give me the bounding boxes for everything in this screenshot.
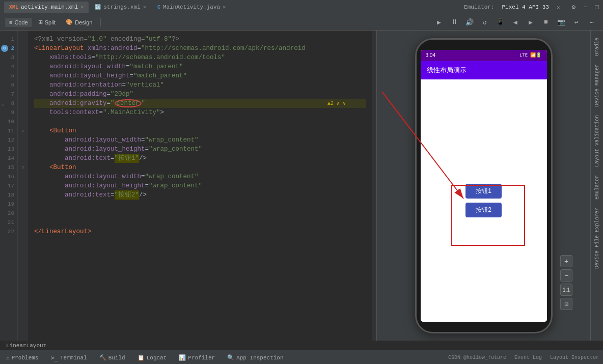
code-line-2: <LinearLayout xmlns:android="http://sche… bbox=[34, 44, 366, 53]
more-icon[interactable]: ⋯ bbox=[586, 16, 598, 29]
gutter-4 bbox=[18, 62, 28, 71]
sound-icon[interactable]: 🔊 bbox=[463, 16, 476, 29]
profiler-icon: 📊 bbox=[179, 354, 186, 361]
code-line-15: <Button bbox=[34, 163, 366, 172]
layout-inspector-label[interactable]: Layout Inspector bbox=[550, 355, 599, 360]
back-icon[interactable]: ◀ bbox=[509, 16, 522, 29]
code-line-10 bbox=[34, 117, 366, 126]
camera-icon[interactable]: 📷 bbox=[555, 16, 567, 29]
line-num-14: 14 bbox=[0, 154, 17, 163]
strings-file-icon: 🔣 bbox=[95, 4, 101, 10]
phone-notch bbox=[469, 41, 499, 47]
code-line-3: xmlns:tools="http://schemas.android.com/… bbox=[34, 53, 366, 62]
zoom-out-button[interactable]: − bbox=[560, 269, 572, 282]
editor-area: 1 C 2 3 4 5 6 7 ⚠ 8 9 10 11 12 13 14 bbox=[0, 31, 376, 341]
settings-icon[interactable]: ⚙ bbox=[572, 3, 576, 11]
code-line-1: <?xml version="1.0" encoding="utf-8"?> bbox=[34, 35, 366, 44]
code-view-button[interactable]: ≡ Code bbox=[5, 18, 32, 27]
design-view-button[interactable]: 🎨 Design bbox=[62, 17, 96, 27]
line-num-13: 13 bbox=[0, 145, 17, 154]
phone-button-1[interactable]: 按钮1 bbox=[465, 184, 502, 199]
sidebar-device-manager[interactable]: Device Manager bbox=[593, 61, 601, 110]
zoom-in-button[interactable]: + bbox=[560, 255, 572, 267]
emulator-label: Emulator: bbox=[464, 4, 494, 10]
editor-toolbar: ≡ Code ⊞ Split 🎨 Design ▶ ⏸ 🔊 ↺ 📱 ◀ ▶ ■ … bbox=[0, 14, 603, 31]
code-line-4: android:layout_width="match_parent" bbox=[34, 62, 366, 71]
device-close-btn[interactable]: ✕ bbox=[557, 4, 560, 11]
code-line-19 bbox=[34, 200, 366, 209]
code-line-17: android:layout_height="wrap_content" bbox=[34, 181, 366, 190]
gutter-6 bbox=[18, 80, 28, 90]
sidebar-emulator[interactable]: Emulator bbox=[593, 172, 601, 203]
split-view-button[interactable]: ⊞ Split bbox=[34, 17, 60, 27]
code-line-22: </LinearLayout> bbox=[34, 227, 366, 236]
line-num-4: 4 bbox=[0, 62, 17, 71]
tab-close-activity-main[interactable]: ✕ bbox=[80, 4, 84, 10]
maximize-icon[interactable]: □ bbox=[595, 4, 599, 11]
problems-icon: ⚠ bbox=[6, 354, 10, 361]
code-line-13: android:layout_height="wrap_content" bbox=[34, 145, 366, 154]
tab-label-mainactivity: MainActivity.java bbox=[163, 4, 220, 10]
logcat-label: Logcat bbox=[147, 355, 167, 361]
code-line-7: android:padding="20dp" bbox=[34, 90, 366, 99]
tab-strings[interactable]: 🔣 strings.xml ✕ bbox=[90, 2, 151, 13]
tab-label-strings: strings.xml bbox=[103, 4, 141, 10]
tab-activity-main[interactable]: XML activity_main.xml ✕ bbox=[4, 2, 89, 13]
stop-icon[interactable]: ■ bbox=[540, 16, 552, 29]
tab-close-mainactivity[interactable]: ✕ bbox=[223, 4, 226, 10]
breadcrumb-linearlayout: LinearLayout bbox=[6, 343, 46, 349]
gutter-14 bbox=[18, 154, 28, 163]
sidebar-device-file-explorer[interactable]: Device File Explorer bbox=[593, 205, 601, 272]
rotate-icon[interactable]: ↺ bbox=[479, 16, 491, 29]
line-num-8: ⚠ 8 bbox=[0, 99, 17, 108]
split-label: Split bbox=[45, 19, 56, 25]
sidebar-layout-validation[interactable]: Layout Validation bbox=[593, 112, 601, 170]
line-num-19: 19 bbox=[0, 200, 17, 209]
logcat-icon: 📋 bbox=[138, 354, 145, 361]
gutter-2 bbox=[18, 44, 28, 53]
event-log-label[interactable]: Event Log bbox=[514, 355, 542, 360]
tab-logcat[interactable]: 📋 Logcat bbox=[135, 354, 169, 361]
line-num-20: 20 bbox=[0, 209, 17, 218]
code-line-8: android:gravity="center" ▲2 ∧ ∨ bbox=[34, 99, 366, 108]
line-num-16: 16 bbox=[0, 172, 17, 181]
phone-time: 3:04 bbox=[426, 52, 435, 58]
forward-icon[interactable]: ▶ bbox=[525, 16, 537, 29]
tab-app-inspection[interactable]: 🔍 App Inspection bbox=[225, 354, 285, 361]
phone-button-2[interactable]: 按钮2 bbox=[465, 203, 502, 217]
tab-build[interactable]: 🔨 Build bbox=[97, 354, 127, 361]
tab-close-strings[interactable]: ✕ bbox=[143, 4, 146, 10]
title-bar-right: Emulator: Pixel 4 API 33 ✕ ⚙ − □ bbox=[464, 3, 599, 11]
run-icon[interactable]: ▶ bbox=[433, 16, 445, 29]
xml-file-icon: XML bbox=[9, 5, 18, 10]
line-num-12: 12 bbox=[0, 135, 17, 145]
fold-icon[interactable]: 📱 bbox=[494, 16, 506, 29]
gutter-fold-15[interactable]: ▽ bbox=[18, 163, 28, 172]
line-num-17: 17 bbox=[0, 181, 17, 190]
emulator-toolbar: ▶ ⏸ 🔊 ↺ 📱 ◀ ▶ ■ 📷 ↩ ⋯ bbox=[433, 16, 598, 29]
hamburger-icon: ≡ bbox=[9, 19, 12, 25]
line-num-10: 10 bbox=[0, 117, 17, 126]
phone-screen: 3:04 LTE 📶🔋 线性布局演示 按钮1 按钮2 bbox=[421, 50, 547, 322]
code-editor[interactable]: <?xml version="1.0" encoding="utf-8"?> <… bbox=[28, 31, 372, 341]
zoom-fit-button[interactable]: 1:1 bbox=[560, 284, 572, 296]
pause-icon[interactable]: ⏸ bbox=[448, 16, 460, 29]
emulator-panel: + − 1:1 ⊡ 3:04 LTE 📶🔋 bbox=[376, 31, 590, 341]
line-num-3: 3 bbox=[0, 53, 17, 62]
tab-label-activity-main: activity_main.xml bbox=[21, 4, 78, 10]
tab-profiler[interactable]: 📊 Profiler bbox=[177, 354, 217, 361]
tab-mainactivity[interactable]: C MainActivity.java ✕ bbox=[152, 2, 231, 13]
sidebar-gradle[interactable]: Gradle bbox=[593, 35, 601, 59]
line-num-2: C 2 bbox=[0, 44, 17, 53]
editor-scrollbar[interactable] bbox=[372, 31, 376, 341]
zoom-reset-button[interactable]: ⊡ bbox=[560, 298, 572, 310]
minimize-icon[interactable]: − bbox=[583, 4, 587, 11]
code-line-18: android:text="按钮2"/> bbox=[34, 190, 366, 200]
right-sidebar: Gradle Device Manager Layout Validation … bbox=[590, 31, 603, 341]
gutter-fold-11[interactable]: ▽ bbox=[18, 126, 28, 135]
undo-icon[interactable]: ↩ bbox=[570, 16, 583, 29]
profiler-label: Profiler bbox=[188, 355, 215, 361]
tab-terminal[interactable]: >_ Terminal bbox=[48, 354, 89, 361]
tab-problems[interactable]: ⚠ Problems bbox=[4, 354, 40, 361]
title-bar: XML activity_main.xml ✕ 🔣 strings.xml ✕ … bbox=[0, 0, 603, 14]
